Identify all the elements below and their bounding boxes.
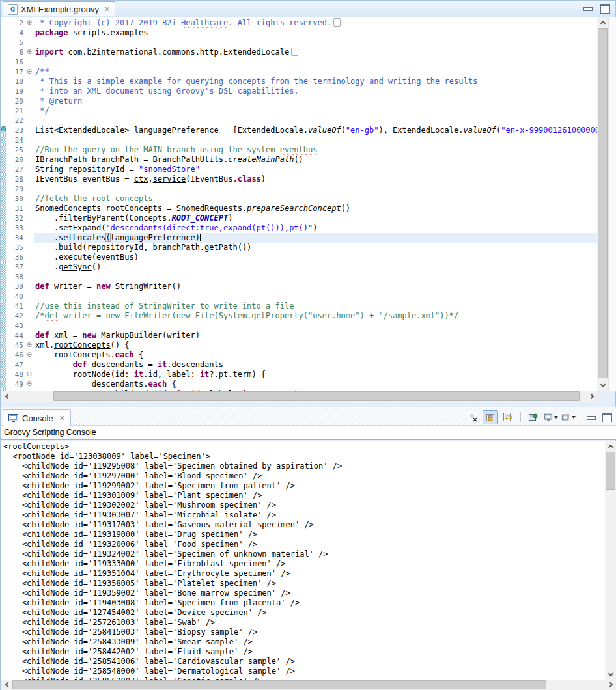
code-text[interactable]: [34, 321, 597, 331]
code-text[interactable]: List<ExtendedLocale> languagePreference …: [34, 126, 597, 135]
code-line[interactable]: 28IEventBus eventBus = ctx.service(IEven…: [1, 174, 597, 184]
code-line[interactable]: 30//fetch the root concepts: [1, 194, 597, 204]
code-text[interactable]: .execute(eventBus): [34, 253, 597, 262]
console-maximize-button[interactable]: [602, 413, 612, 422]
code-line[interactable]: 42/*def writer = new FileWriter(new File…: [1, 311, 597, 321]
code-text[interactable]: //Run the query on the MAIN branch using…: [34, 145, 597, 155]
code-line[interactable]: 16: [1, 57, 597, 67]
code-line[interactable]: 34 .setLocales(languagePreference): [1, 233, 597, 243]
code-line[interactable]: 32 .filterByParent(Concepts.ROOT_CONCEPT…: [1, 214, 597, 223]
code-text[interactable]: IBranchPath branchPath = BranchPathUtils…: [34, 155, 597, 165]
scroll-right-arrow-icon[interactable]: [605, 680, 616, 690]
code-line[interactable]: 48⊖ rootNode(id: it.id, label: it?.pt.te…: [1, 370, 597, 380]
code-line[interactable]: 23List<ExtendedLocale> languagePreferenc…: [1, 126, 597, 135]
code-line[interactable]: 6⊕import com.b2international.commons.htt…: [1, 48, 597, 57]
code-line[interactable]: 24: [1, 135, 597, 145]
editor-hscroll-thumb[interactable]: [53, 391, 580, 401]
code-line[interactable]: 44def xml = new MarkupBuilder(writer): [1, 331, 597, 340]
code-text[interactable]: package scripts.examples: [34, 28, 597, 38]
code-line[interactable]: 37 .getSync(): [1, 262, 597, 272]
code-text[interactable]: [34, 135, 597, 145]
code-text[interactable]: xml.rootConcepts() {: [34, 340, 597, 350]
code-text[interactable]: [34, 292, 597, 301]
console-hscroll-thumb[interactable]: [12, 680, 546, 689]
code-text[interactable]: [34, 38, 597, 48]
scroll-down-arrow-icon[interactable]: [605, 669, 616, 680]
scroll-left-arrow-icon[interactable]: [1, 680, 12, 690]
code-line[interactable]: 46⊖ rootConcepts.each {: [1, 350, 597, 360]
code-line[interactable]: 45⊖xml.rootConcepts() {: [1, 340, 597, 350]
code-text[interactable]: def xml = new MarkupBuilder(writer): [34, 331, 597, 340]
code-text[interactable]: .getSync(): [34, 262, 597, 272]
code-line[interactable]: 26IBranchPath branchPath = BranchPathUti…: [1, 155, 597, 165]
console-vscroll-thumb[interactable]: [606, 452, 615, 490]
console-minimize-button[interactable]: [587, 415, 596, 420]
scroll-up-arrow-icon[interactable]: [605, 441, 616, 452]
code-line[interactable]: 43: [1, 321, 597, 331]
code-line[interactable]: 25//Run the query on the MAIN branch usi…: [1, 145, 597, 155]
code-text[interactable]: .build(repositoryId, branchPath.getPath(…: [34, 243, 597, 253]
code-line[interactable]: 41//use this instead of StringWriter to …: [1, 301, 597, 311]
fold-collapse-icon[interactable]: ⊖: [25, 380, 34, 389]
editor-horizontal-scrollbar[interactable]: [1, 391, 597, 402]
scroll-left-arrow-icon[interactable]: [1, 391, 12, 402]
console-tab-close-icon[interactable]: ✕: [59, 414, 65, 422]
code-line[interactable]: 29: [1, 184, 597, 194]
code-line[interactable]: 21 */: [1, 106, 597, 116]
code-text[interactable]: //fetch the root concepts: [34, 194, 597, 204]
code-text[interactable]: [34, 184, 597, 194]
code-text[interactable]: * @return: [34, 96, 597, 106]
code-text[interactable]: [34, 57, 597, 67]
code-line[interactable]: 49⊖ descendants.each {: [1, 380, 597, 389]
code-text[interactable]: .setLocales(languagePreference): [34, 233, 597, 243]
code-text[interactable]: /**: [34, 67, 597, 77]
code-text[interactable]: def descendants = it.descendants: [34, 360, 597, 370]
code-text[interactable]: * Copyright (c) 2017-2019 B2i Healthcare…: [34, 18, 597, 28]
scroll-up-arrow-icon[interactable]: [597, 17, 608, 28]
fold-collapse-icon[interactable]: ⊖: [25, 370, 34, 380]
code-text[interactable]: rootConcepts.each {: [34, 350, 597, 360]
code-line[interactable]: 18 * This is a simple example for queryi…: [1, 77, 597, 87]
editor-vscroll-thumb[interactable]: [598, 28, 608, 378]
code-text[interactable]: def writer = new StringWriter(): [34, 282, 597, 292]
code-text[interactable]: IEventBus eventBus = ctx.service(IEventB…: [34, 174, 597, 184]
code-text[interactable]: * into an XML document using Groovy's DS…: [34, 87, 597, 96]
editor-minimize-button[interactable]: [583, 4, 593, 11]
fold-collapse-icon[interactable]: ⊖: [25, 340, 34, 350]
editor-vertical-scrollbar[interactable]: [597, 17, 608, 391]
display-selected-console-button[interactable]: [543, 410, 559, 424]
code-line[interactable]: 19 * into an XML document using Groovy's…: [1, 87, 597, 96]
code-line[interactable]: 17⊖/**: [1, 67, 597, 77]
code-editor[interactable]: 2⊕ * Copyright (c) 2017-2019 B2i Healthc…: [1, 17, 597, 391]
word-wrap-button[interactable]: [500, 410, 516, 424]
console-tab[interactable]: Console ✕: [3, 409, 71, 426]
code-text[interactable]: */: [34, 106, 597, 116]
code-line[interactable]: 47 def descendants = it.descendants: [1, 360, 597, 370]
editor-tab-close-icon[interactable]: ✕: [104, 5, 110, 14]
code-text[interactable]: /*def writer = new FileWriter(new File(S…: [34, 311, 597, 321]
chevron-down-icon[interactable]: [554, 416, 558, 419]
editor-tab[interactable]: g XMLExample.groovy ✕: [3, 1, 115, 16]
code-text[interactable]: descendants.each {: [34, 380, 597, 389]
open-console-button[interactable]: [561, 410, 576, 424]
code-line[interactable]: 38: [1, 272, 597, 282]
code-text[interactable]: [34, 272, 597, 282]
code-line[interactable]: 5: [1, 38, 597, 48]
scroll-lock-button[interactable]: [483, 410, 498, 424]
console-horizontal-scrollbar[interactable]: [1, 680, 616, 690]
pin-console-button[interactable]: [525, 410, 541, 424]
code-text[interactable]: [34, 116, 597, 126]
fold-collapse-icon[interactable]: ⊖: [25, 67, 34, 77]
code-text[interactable]: String repositoryId = "snomedStore": [34, 165, 597, 174]
code-text[interactable]: rootNode(id: it.id, label: it?.pt.term) …: [34, 370, 597, 380]
code-text[interactable]: import com.b2international.commons.http.…: [34, 48, 597, 57]
code-text[interactable]: //use this instead of StringWriter to wr…: [34, 301, 597, 311]
code-line[interactable]: 40: [1, 292, 597, 301]
code-text[interactable]: * This is a simple example for querying …: [34, 77, 597, 87]
fold-collapse-icon[interactable]: ⊖: [25, 350, 34, 360]
scroll-right-arrow-icon[interactable]: [586, 391, 597, 402]
editor-console-splitter[interactable]: [1, 402, 615, 407]
overview-ruler[interactable]: [608, 17, 616, 391]
editor-maximize-button[interactable]: [600, 4, 610, 14]
code-line[interactable]: 2⊕ * Copyright (c) 2017-2019 B2i Healthc…: [1, 18, 597, 28]
